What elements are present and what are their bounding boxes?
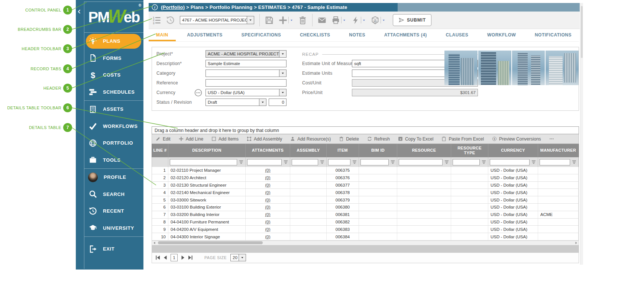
first-page-icon[interactable]: [155, 255, 161, 261]
column-header-currency[interactable]: CURRENCY: [488, 144, 538, 157]
add-resource-s-button[interactable]: Add Resource(s): [290, 136, 331, 142]
sidebar-item-search[interactable]: SEARCH: [84, 186, 143, 203]
filter-input-attachments[interactable]: [247, 159, 282, 165]
table-row[interactable]: 402-02140 Mechanical Engineer(0)006378US…: [152, 189, 579, 196]
tab-notifications[interactable]: NOTIFICATIONS: [527, 30, 579, 41]
filter-icon[interactable]: [390, 160, 395, 164]
filter-input-item[interactable]: [328, 159, 350, 165]
current-page-field[interactable]: 1: [171, 254, 178, 261]
sidebar-item-profile[interactable]: PROFILE: [84, 169, 143, 186]
attachments-link[interactable]: (0): [265, 220, 270, 224]
filter-input-manufacturer[interactable]: [540, 159, 570, 165]
edit-button[interactable]: Edit: [156, 136, 171, 142]
breadcrumb-segment[interactable]: Portfolio Planning: [210, 4, 253, 10]
sidebar-item-exit[interactable]: EXIT: [84, 241, 143, 258]
filter-icon[interactable]: [481, 160, 486, 164]
scroll-right-icon[interactable]: [574, 241, 579, 245]
chevron-down-icon[interactable]: [279, 89, 286, 96]
tab-main[interactable]: MAIN: [149, 30, 176, 41]
record-selector[interactable]: 4767 - ACME HOSPITAL PROJECT - S: [180, 16, 254, 24]
table-row[interactable]: 603-03100 Building Exterior(0)006380USD …: [152, 204, 579, 211]
column-header-description[interactable]: DESCRIPTION: [168, 144, 246, 157]
bim-dropdown-caret-icon[interactable]: [382, 19, 385, 22]
attachments-link[interactable]: (0): [265, 235, 270, 239]
column-header-bim-id[interactable]: BIM ID: [359, 144, 397, 157]
preview-conversions-button[interactable]: $ Preview Conversions: [492, 136, 541, 142]
sidebar-item-tools[interactable]: TOOLS: [84, 152, 143, 169]
bim-split-button[interactable]: 3D: [371, 16, 385, 25]
info-icon[interactable]: i: [152, 4, 158, 10]
add-line-button[interactable]: Add Line: [179, 136, 203, 142]
chevron-down-icon[interactable]: [279, 51, 286, 57]
lightning-icon[interactable]: [351, 16, 360, 25]
scrollbar-thumb[interactable]: [581, 6, 583, 58]
category-select[interactable]: [206, 70, 287, 77]
page-size-select[interactable]: 20: [230, 254, 246, 261]
sidebar-item-forms[interactable]: FORMS: [84, 50, 143, 67]
scroll-left-icon[interactable]: [152, 241, 157, 245]
filter-input-resource_type[interactable]: [453, 159, 480, 165]
numbered-list-icon[interactable]: 123: [152, 16, 161, 25]
sidebar-item-university[interactable]: UNIVERSITY: [84, 220, 143, 237]
filter-icon[interactable]: [352, 160, 357, 164]
print-split-button[interactable]: [331, 16, 346, 25]
tab-notes[interactable]: NOTES: [342, 30, 373, 41]
table-row[interactable]: 102-02110 Project Manager(0)006375USD - …: [152, 167, 579, 174]
add-icon[interactable]: [279, 16, 287, 25]
filter-icon[interactable]: [444, 160, 449, 164]
tab-attachments-4[interactable]: ATTACHMENTS (4): [377, 30, 434, 41]
currency-select[interactable]: USD - Dollar (USA): [206, 89, 287, 96]
submit-button[interactable]: SUBMIT: [393, 14, 431, 26]
column-header-assembly[interactable]: ASSEMBLY: [290, 144, 327, 157]
filter-icon[interactable]: [572, 160, 577, 164]
attachments-link[interactable]: (0): [265, 190, 270, 195]
mail-icon[interactable]: [318, 16, 326, 25]
currency-lookup-button[interactable]: [194, 89, 202, 97]
table-row[interactable]: 503-03000 Sitework(0)006379USD - Dollar …: [152, 196, 579, 204]
breadcrumb-segment[interactable]: Plans: [191, 4, 204, 10]
revision-field[interactable]: 0: [269, 99, 287, 106]
tab-checklists[interactable]: CHECKLISTS: [292, 30, 338, 41]
add-items-button[interactable]: Add Items: [211, 136, 239, 142]
table-row[interactable]: 804-04100 Furniture Permanent(0)006382US…: [152, 219, 579, 226]
project-select[interactable]: ACME - ACME HOSPITAL PROJECT: [206, 50, 287, 58]
copy-to-excel-button[interactable]: X Copy To Excel: [398, 136, 433, 142]
actions-split-button[interactable]: [351, 16, 366, 25]
print-icon[interactable]: [331, 16, 340, 25]
table-row[interactable]: 1004-04300 Interior Signage(0)006384USD …: [152, 233, 579, 241]
filter-icon[interactable]: [531, 160, 536, 164]
attachments-link[interactable]: (0): [265, 175, 270, 180]
scrollbar-thumb[interactable]: [158, 241, 263, 244]
table-row[interactable]: 302-02130 Structural Engineer(0)006377US…: [152, 182, 579, 189]
filter-input-resource[interactable]: [399, 159, 443, 165]
tab-workflow[interactable]: WORKFLOW: [480, 30, 523, 41]
tab-specifications[interactable]: SPECIFICATIONS: [234, 30, 289, 41]
vertical-scrollbar[interactable]: [580, 3, 583, 265]
column-header-line[interactable]: LINE #: [152, 144, 168, 157]
more-options-button[interactable]: [549, 136, 556, 141]
sidebar-item-schedules[interactable]: SCHEDULES: [84, 84, 143, 101]
filter-icon[interactable]: [320, 160, 325, 164]
filter-icon[interactable]: [239, 160, 244, 164]
group-by-drop-zone[interactable]: Drag a column header and drop it here to…: [152, 126, 579, 134]
status-select[interactable]: Draft: [206, 99, 266, 106]
sidebar-item-workflows[interactable]: WORKFLOWS: [84, 118, 143, 135]
sidebar-item-portfolio[interactable]: PORTFOLIO: [84, 135, 143, 152]
filter-input-currency[interactable]: [490, 159, 530, 165]
attachments-link[interactable]: (0): [265, 198, 270, 202]
chevron-down-icon[interactable]: [259, 99, 266, 106]
chevron-down-icon[interactable]: [279, 70, 286, 77]
column-header-resource[interactable]: RESOURCE: [397, 144, 451, 157]
filter-input-description[interactable]: [170, 159, 237, 165]
next-page-icon[interactable]: [180, 255, 186, 261]
tab-clauses[interactable]: CLAUSES: [438, 30, 476, 41]
add-dropdown-caret-icon[interactable]: [290, 19, 293, 22]
add-assembly-button[interactable]: Add Assembly: [247, 136, 282, 142]
3d-cube-icon[interactable]: 3D: [371, 16, 379, 25]
save-icon[interactable]: [265, 16, 274, 25]
sidebar-item-recent[interactable]: RECENT: [84, 203, 143, 220]
column-header-item[interactable]: ITEM: [327, 144, 359, 157]
sidebar-item-costs[interactable]: $COSTS: [84, 67, 143, 84]
table-row[interactable]: 904-04200 A/V Equipment(0)006383USD - Do…: [152, 226, 579, 233]
sidebar-item-plans[interactable]: PLANS: [84, 33, 143, 50]
